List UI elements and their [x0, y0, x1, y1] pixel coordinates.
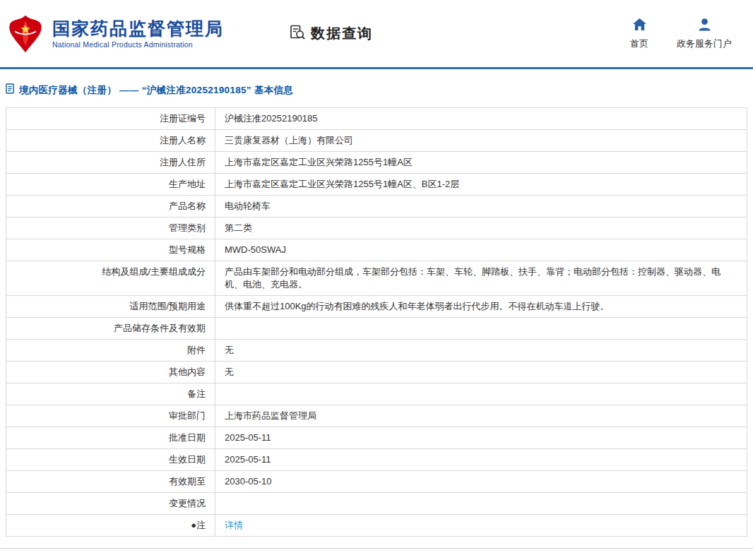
- row-label: 结构及组成/主要组成成分: [6, 261, 215, 295]
- data-query-title: 数据查询: [289, 24, 373, 44]
- row-value: [215, 383, 747, 405]
- row-label: 注册证编号: [6, 108, 215, 129]
- nav-home[interactable]: 首页: [630, 18, 648, 50]
- org-titles: 国家药品监督管理局 National Medical Products Admi…: [52, 18, 224, 49]
- row-value: 上海市药品监督管理局: [215, 405, 747, 427]
- row-value: 2025-05-11: [215, 427, 747, 448]
- row-value: [215, 493, 747, 514]
- row-value: 电动轮椅车: [215, 196, 747, 217]
- data-query-label: 数据查询: [311, 24, 373, 43]
- breadcrumb: 境内医疗器械（注册） —— “沪械注准20252190185” 基本信息: [0, 69, 753, 106]
- table-row: 变更情况: [6, 493, 747, 515]
- row-label: 其他内容: [6, 362, 215, 383]
- table-row: 产品名称电动轮椅车: [6, 196, 747, 218]
- table-row: ●注详情: [6, 515, 747, 536]
- row-value: 无: [215, 340, 747, 361]
- row-value: 无: [215, 362, 747, 383]
- row-value: 上海市嘉定区嘉定工业区兴荣路1255号1幢A区: [215, 152, 747, 173]
- table-row: 型号规格MWD-50SWAJ: [6, 239, 747, 261]
- row-label: 产品名称: [6, 196, 215, 217]
- row-value: 产品由车架部分和电动部分组成，车架部分包括：车架、车轮、脚踏板、扶手、靠背；电动…: [215, 261, 747, 295]
- table-row: 注册人住所上海市嘉定区嘉定工业区兴荣路1255号1幢A区: [6, 152, 747, 174]
- org-name-cn: 国家药品监督管理局: [52, 18, 224, 39]
- table-row: 生产地址上海市嘉定区嘉定工业区兴荣路1255号1幢A区、B区1-2层: [6, 174, 747, 196]
- row-label: 审批部门: [6, 405, 215, 427]
- row-label: 生产地址: [6, 174, 215, 195]
- row-label: ●注: [6, 515, 215, 536]
- table-row: 产品储存条件及有效期: [6, 318, 747, 340]
- table-row: 结构及组成/主要组成成分产品由车架部分和电动部分组成，车架部分包括：车架、车轮、…: [6, 261, 747, 296]
- org-name-en: National Medical Products Administration: [52, 40, 224, 49]
- row-value: 三贵康复器材（上海）有限公司: [215, 130, 747, 151]
- row-label: 有效期至: [6, 471, 215, 492]
- site-header: 国家药品监督管理局 National Medical Products Admi…: [0, 0, 753, 67]
- row-label: 产品储存条件及有效期: [6, 318, 215, 339]
- row-value: [215, 318, 747, 339]
- row-label: 注册人名称: [6, 130, 215, 151]
- table-row: 注册人名称三贵康复器材（上海）有限公司: [6, 130, 747, 152]
- nav-home-label: 首页: [630, 37, 648, 50]
- nav-portal-label: 政务服务门户: [677, 37, 732, 50]
- table-row: 备注: [6, 383, 747, 405]
- row-value: 供体重不超过100Kg的行动有困难的残疾人和年老体弱者出行代步用。不得在机动车道…: [215, 296, 747, 317]
- row-value: 第二类: [215, 218, 747, 239]
- table-row: 有效期至2030-05-10: [6, 471, 747, 493]
- detail-link[interactable]: 详情: [225, 520, 243, 530]
- row-label: 管理类别: [6, 218, 215, 239]
- table-row: 其他内容无: [6, 362, 747, 383]
- nav-portal[interactable]: 政务服务门户: [677, 18, 732, 50]
- info-table-body: 注册证编号沪械注准20252190185注册人名称三贵康复器材（上海）有限公司注…: [6, 108, 747, 536]
- row-label: 批准日期: [6, 427, 215, 448]
- row-value: 沪械注准20252190185: [215, 108, 747, 129]
- document-icon: [6, 83, 15, 97]
- home-icon: [632, 18, 647, 34]
- data-query-icon: [289, 24, 306, 44]
- page: 国家药品监督管理局 National Medical Products Admi…: [0, 0, 753, 560]
- breadcrumb-text: 境内医疗器械（注册） —— “沪械注准20252190185” 基本信息: [19, 84, 293, 97]
- row-value: 2025-05-11: [215, 449, 747, 470]
- user-icon: [697, 18, 712, 34]
- registration-info-table: 注册证编号沪械注准20252190185注册人名称三贵康复器材（上海）有限公司注…: [6, 107, 747, 537]
- row-value: 2030-05-10: [215, 471, 747, 492]
- table-row: 管理类别第二类: [6, 218, 747, 239]
- row-label: 变更情况: [6, 493, 215, 514]
- row-label: 备注: [6, 383, 215, 405]
- table-row: 审批部门上海市药品监督管理局: [6, 405, 747, 427]
- row-value: 详情: [215, 515, 747, 536]
- row-label: 注册人住所: [6, 152, 215, 173]
- row-value: 上海市嘉定区嘉定工业区兴荣路1255号1幢A区、B区1-2层: [215, 174, 747, 195]
- table-row: 注册证编号沪械注准20252190185: [6, 108, 747, 130]
- row-value: MWD-50SWAJ: [215, 239, 747, 261]
- nmpa-logo-icon: [6, 14, 45, 54]
- table-row: 生效日期2025-05-11: [6, 449, 747, 471]
- table-row: 适用范围/预期用途供体重不超过100Kg的行动有困难的残疾人和年老体弱者出行代步…: [6, 296, 747, 318]
- table-row: 批准日期2025-05-11: [6, 427, 747, 449]
- bottom-divider: [0, 548, 753, 549]
- header-nav: 首页 政务服务门户: [630, 18, 732, 50]
- row-label: 适用范围/预期用途: [6, 296, 215, 317]
- table-row: 附件无: [6, 340, 747, 362]
- row-label: 附件: [6, 340, 215, 361]
- row-label: 生效日期: [6, 449, 215, 470]
- row-label: 型号规格: [6, 239, 215, 261]
